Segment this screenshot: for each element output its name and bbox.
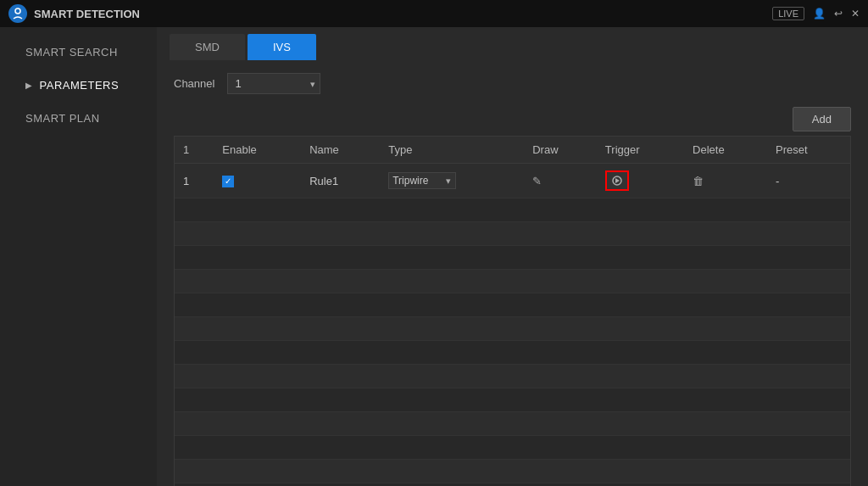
sidebar-label-smart-search: SMART SEARCH (25, 46, 118, 59)
empty-row (175, 246, 850, 270)
back-icon: ↩ (834, 8, 843, 20)
user-icon: 👤 (813, 8, 826, 20)
empty-row (175, 293, 850, 317)
table-row: 1 Rule1 (175, 164, 850, 198)
col-name: Name (301, 137, 380, 164)
empty-row (175, 388, 850, 412)
channel-label: Channel (174, 77, 214, 90)
draw-pencil-icon[interactable]: ✎ (532, 175, 542, 187)
add-button[interactable]: Add (793, 107, 851, 131)
col-num: 1 (175, 137, 214, 164)
type-select[interactable]: Tripwire Intrusion (388, 172, 456, 189)
cell-enable[interactable] (214, 164, 301, 198)
add-button-row: Add (174, 107, 851, 131)
cell-preset: - (767, 164, 850, 198)
app-title: SMART DETECTION (34, 8, 140, 20)
table-wrapper: Add 1 Enable Name Type Draw Trigger (174, 107, 851, 486)
sidebar-label-smart-plan: SMART PLAN (25, 112, 100, 125)
cell-name: Rule1 (301, 164, 380, 198)
sidebar-label-parameters: PARAMETERS (40, 79, 120, 92)
cell-draw[interactable]: ✎ (524, 164, 597, 198)
channel-select[interactable]: 1 2 3 4 (227, 73, 320, 94)
tab-bar: SMD IVS (157, 27, 868, 60)
content-area: SMD IVS Channel 1 2 3 4 (157, 27, 868, 486)
col-delete: Delete (684, 137, 767, 164)
title-bar: SMART DETECTION LIVE 👤 ↩ ✕ (0, 0, 868, 27)
table-container: 1 Enable Name Type Draw Trigger Delete P… (174, 136, 851, 486)
type-select-wrapper[interactable]: Tripwire Intrusion (388, 172, 456, 189)
trigger-button[interactable] (605, 170, 629, 191)
empty-row (175, 270, 850, 293)
tab-smd[interactable]: SMD (170, 34, 245, 60)
table-header-row: 1 Enable Name Type Draw Trigger Delete P… (175, 137, 850, 164)
tab-ivs[interactable]: IVS (248, 34, 316, 60)
chevron-icon: ▶ (25, 81, 33, 90)
sidebar-item-smart-plan[interactable]: SMART PLAN (0, 102, 157, 135)
empty-row (175, 412, 850, 436)
live-badge: LIVE (772, 7, 804, 20)
channel-row: Channel 1 2 3 4 (174, 73, 851, 94)
col-trigger: Trigger (597, 137, 684, 164)
empty-row (175, 341, 850, 365)
close-icon: ✕ (851, 8, 860, 20)
sidebar: SMART SEARCH ▶ PARAMETERS SMART PLAN (0, 27, 157, 486)
svg-point-0 (15, 8, 20, 14)
cell-trigger[interactable] (597, 164, 684, 198)
empty-row (175, 460, 850, 483)
enable-checkbox[interactable] (222, 176, 234, 187)
trigger-icon (610, 174, 624, 187)
sidebar-item-smart-search[interactable]: SMART SEARCH (0, 36, 157, 69)
cell-num: 1 (175, 164, 214, 198)
empty-row (175, 483, 850, 487)
delete-trash-icon[interactable]: 🗑 (693, 175, 704, 187)
col-preset: Preset (767, 137, 850, 164)
col-type: Type (380, 137, 524, 164)
empty-row (175, 317, 850, 341)
col-draw: Draw (524, 137, 597, 164)
app-icon (8, 4, 27, 23)
col-enable: Enable (214, 137, 301, 164)
rules-table: 1 Enable Name Type Draw Trigger Delete P… (175, 137, 850, 486)
empty-row (175, 436, 850, 460)
sidebar-item-parameters[interactable]: ▶ PARAMETERS (0, 69, 157, 102)
empty-row (175, 365, 850, 388)
channel-select-wrapper[interactable]: 1 2 3 4 (227, 73, 320, 94)
empty-row (175, 198, 850, 222)
cell-delete[interactable]: 🗑 (684, 164, 767, 198)
content-body: Channel 1 2 3 4 Add (157, 60, 868, 486)
cell-type[interactable]: Tripwire Intrusion (380, 164, 524, 198)
empty-row (175, 222, 850, 246)
